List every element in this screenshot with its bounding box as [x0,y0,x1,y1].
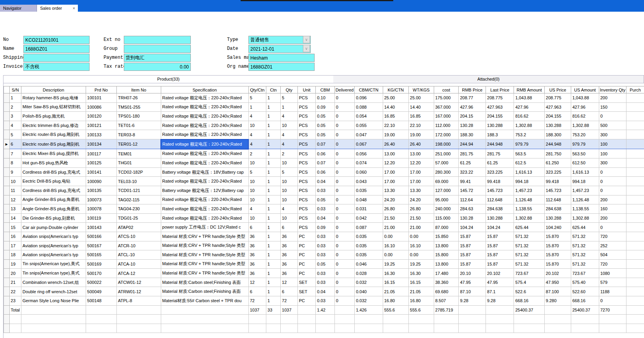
grid-cell[interactable]: 127.000 [434,186,459,195]
date-select[interactable] [248,45,311,53]
grid-cell[interactable]: Miter Saw-BS plug,铝材切割机 [21,102,86,112]
column-header[interactable]: CBM/CTN [355,86,383,93]
grid-cell[interactable]: PCS [297,223,316,232]
grid-cell[interactable]: 0.031 [355,204,383,214]
grid-cell[interactable]: 10 [281,177,298,186]
row-selector[interactable] [4,305,10,315]
grid-cell[interactable]: Rated voltage 额定电压：220-240v;Rated [161,102,248,112]
grid-cell[interactable]: 668.16 [571,296,599,306]
grid-cell[interactable]: 0 [334,287,354,296]
row-selector[interactable] [4,102,10,112]
grid-cell[interactable]: Tin snips(American type),美式 [21,269,86,278]
row-selector[interactable] [4,315,10,324]
grid-cell[interactable]: 571.32 [514,250,544,260]
grid-cell[interactable]: 12.20 [383,158,408,168]
grid-cell[interactable]: 0.028 [355,269,383,278]
row-selector[interactable] [4,130,10,139]
grid-cell[interactable]: 0 [334,121,354,130]
grid-cell[interactable]: 17.00 [383,177,408,186]
grid-cell[interactable]: 252 [599,241,626,250]
grid-cell[interactable]: PCS [297,93,316,103]
grid-cell[interactable]: 2 [248,149,266,158]
grid-cell[interactable]: 16.80 [408,296,434,306]
grid-cell[interactable]: 500049 [86,287,116,296]
grid-cell[interactable]: 571.32 [514,232,544,241]
grid-cell[interactable]: 175.000 [434,93,459,103]
grid-cell[interactable]: 47.95 [486,278,514,287]
column-header[interactable]: Inventory Qty [599,86,626,93]
grid-cell[interactable]: Electric Mixer-BS plug,搅拌机 [21,149,86,158]
grid-cell[interactable]: 0.054 [355,112,383,121]
grid-cell[interactable]: Rated voltage 额定电压：220-240v;Rated [161,121,248,130]
grid-cell[interactable]: 571.32 [571,259,599,269]
row-selector[interactable] [4,195,10,204]
grid-cell[interactable]: 4 [248,139,266,149]
row-selector[interactable] [4,213,10,223]
grid-cell[interactable]: 20.102 [486,269,514,278]
grid-cell[interactable]: 0 [334,241,354,250]
grid-cell[interactable]: 0 [334,269,354,278]
grid-cell[interactable]: 251.000 [434,149,459,158]
grid-cell[interactable]: 571.32 [514,241,544,250]
grid-cell[interactable]: Battery voltage 额定电压：18V;Battery cap [161,167,248,177]
grid-cell[interactable]: 1 [266,112,281,121]
column-header[interactable]: WT/KGS [408,86,434,93]
grid-cell[interactable]: 47.95 [459,278,486,287]
grid-cell[interactable]: 0.09 [316,223,334,232]
grid-cell[interactable]: ATCW01-12 [116,278,161,287]
grid-cell[interactable]: 1 [266,158,281,168]
grid-cell[interactable]: 16 [9,232,21,241]
grid-cell[interactable]: 500022 [86,278,116,287]
grid-cell[interactable]: 15.850 [434,232,459,241]
grid-cell[interactable]: 1 [281,102,298,112]
grid-cell[interactable]: ATCR-10 [116,241,161,250]
grid-cell[interactable]: Material 材质:CRV + TPR handle;Style 类型 [161,241,248,250]
grid-cell[interactable]: 281.75 [459,149,486,158]
grid-cell[interactable]: 1 [266,250,281,260]
grid-cell[interactable]: 0.09 [316,102,334,112]
grid-cell[interactable]: 1 [266,195,281,204]
grid-cell[interactable]: 10 [248,158,266,168]
grid-cell[interactable]: 26.80 [383,204,408,214]
grid-cell[interactable]: 1,302.88 [514,121,544,130]
grid-cell[interactable]: 57.000 [434,158,459,168]
grid-cell[interactable]: 20 [9,269,21,278]
grid-cell[interactable]: Material 材质:Carbon steel;Finishing 表面 [161,287,248,296]
grid-cell[interactable]: PCS [297,112,316,121]
grid-cell[interactable]: Rated voltage 额定电压：220-240v;Rated [161,112,248,121]
grid-cell[interactable]: 0.00 [383,232,408,241]
column-header[interactable]: S/N [9,86,21,93]
ext-no-field[interactable] [124,36,191,44]
grid-cell[interactable]: 87.100 [544,287,571,296]
grid-cell[interactable]: 19 [9,259,21,269]
grid-cell[interactable]: 1188 [599,287,626,296]
grid-cell[interactable]: ATCL-10 [116,250,161,260]
grid-cell[interactable]: 1,302.88 [571,213,599,223]
grid-cell[interactable]: 36 [281,259,298,269]
grid-cell[interactable]: TAG04-230 [116,204,161,214]
grid-cell[interactable]: 427.96 [514,102,544,112]
grid-cell[interactable]: 25.00 [383,93,408,103]
grid-cell[interactable]: 500 [599,121,626,130]
grid-cell[interactable]: 0.056 [355,149,383,158]
grid-cell[interactable]: 575.40 [571,278,599,287]
grid-cell[interactable]: 17.00 [408,177,434,186]
grid-cell[interactable]: Rated voltage 额定电压：220-240v;Rated [161,149,248,158]
grid-cell[interactable]: 1 [266,167,281,177]
grid-cell[interactable]: 16.10 [408,241,434,250]
column-header[interactable]: US Price [544,86,571,93]
grid-cell[interactable]: 100073 [86,195,116,204]
grid-cell[interactable]: 150 [599,102,626,112]
grid-cell[interactable]: 0.03 [316,250,334,260]
grid-cell[interactable]: 16.30 [408,269,434,278]
row-selector[interactable]: ▶ [4,139,10,149]
row-selector[interactable] [4,158,10,168]
grid-cell[interactable]: 4 [248,112,266,121]
grid-cell[interactable]: 0.10 [316,93,334,103]
grid-cell[interactable]: 0.040 [355,287,383,296]
grid-cell[interactable]: ATCS-10 [116,232,161,241]
column-header[interactable]: US Amount [571,86,599,93]
grid-cell[interactable]: 24.20 [408,195,434,204]
grid-cell[interactable]: 15.870 [544,241,571,250]
grid-cell[interactable]: 208.775 [486,93,514,103]
